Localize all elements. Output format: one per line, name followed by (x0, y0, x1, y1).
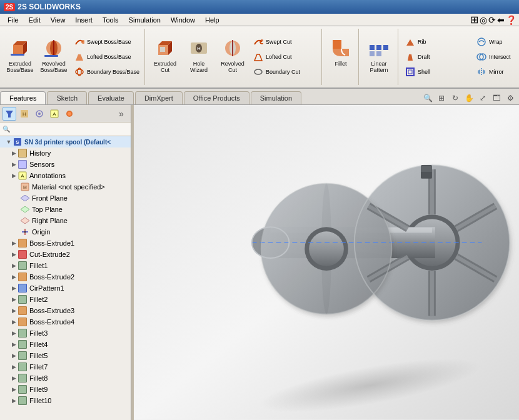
search-bar: 🔍 (0, 122, 131, 136)
tree-item-history[interactable]: ▶ History (0, 148, 131, 159)
panel-expand-btn[interactable]: » (114, 107, 128, 121)
revolved-cut-icon (221, 37, 244, 59)
linear-pattern-button[interactable]: LinearPattern (363, 35, 395, 79)
extruded-cut-button[interactable]: ExtrudedCut (149, 35, 181, 79)
panel-appearance-btn[interactable] (63, 107, 76, 121)
pan-icon[interactable]: ✋ (463, 92, 475, 104)
tab-dimxpert[interactable]: DimXpert (135, 91, 183, 104)
lofted-cut-button[interactable]: Lofted Cut (250, 50, 319, 64)
svg-text:A: A (53, 111, 56, 117)
svg-rect-15 (160, 47, 165, 52)
tree-item-fillet5[interactable]: ▶ Fillet5 (0, 350, 131, 361)
extruded-cut-label: ExtrudedCut (150, 61, 180, 74)
menu-tools[interactable]: Tools (98, 15, 124, 25)
toolbar-icon-3[interactable]: ⟳ (488, 15, 496, 25)
extruded-boss-button[interactable]: ExtrudedBoss/Base (4, 35, 36, 79)
tree-item-fillet9[interactable]: ▶ Fillet9 (0, 384, 131, 395)
svg-point-67 (24, 231, 26, 233)
toolbar-group-surface: Rib Draft Shell Wrap (400, 29, 519, 85)
menu-view[interactable]: View (46, 15, 71, 25)
svg-point-51 (38, 112, 41, 115)
panel-filter-btn[interactable] (3, 107, 16, 121)
tree-item-front-plane[interactable]: Front Plane (0, 192, 131, 204)
revolved-boss-button[interactable]: RevolvedBoss/Base (38, 35, 70, 79)
draft-button[interactable]: Draft (402, 50, 471, 64)
tree-item-boss-extrude2[interactable]: ▶ Boss-Extrude2 (0, 271, 131, 282)
rib-button[interactable]: Rib (402, 35, 471, 49)
tab-features[interactable]: Features (0, 91, 46, 104)
tree-item-boss-extrude4[interactable]: ▶ Boss-Extrude4 (0, 316, 131, 328)
hole-wizard-button[interactable]: H HoleWizard (183, 35, 215, 79)
revolved-boss-label: RevolvedBoss/Base (39, 61, 69, 74)
toolbar-icon-5[interactable]: ❓ (506, 15, 516, 25)
tree-item-boss-extrude1[interactable]: ▶ Boss-Extrude1 (0, 238, 131, 249)
svg-marker-64 (21, 218, 29, 224)
rib-label: Rib (418, 39, 426, 45)
fillet-button[interactable]: Fillet (326, 35, 356, 79)
sw-badge: 2S (4, 3, 15, 11)
mirror-button[interactable]: Mirror (473, 65, 519, 79)
search-input[interactable] (12, 126, 128, 132)
panel-annotations-btn[interactable]: A (48, 107, 61, 121)
tab-evaluate[interactable]: Evaluate (88, 91, 134, 104)
svg-rect-26 (370, 45, 375, 50)
tree-item-boss-extrude3[interactable]: ▶ Boss-Extrude3 (0, 305, 131, 316)
tree-item-fillet10[interactable]: ▶ Fillet10 (0, 395, 131, 406)
tree-item-right-plane[interactable]: Right Plane (0, 215, 131, 226)
menu-window[interactable]: Window (166, 15, 200, 25)
model-svg (134, 105, 519, 420)
tab-office[interactable]: Office Products (184, 91, 249, 104)
tab-right-buttons: 🔍 ⊞ ↻ ✋ ⤢ 🗔 ⚙ (419, 92, 519, 104)
swept-boss-button[interactable]: Swept Boss/Base (71, 35, 140, 49)
svg-rect-3 (11, 54, 24, 56)
swept-cut-button[interactable]: Swept Cut (250, 35, 319, 49)
panel-history-btn[interactable]: H (18, 107, 31, 121)
tree-item-fillet1[interactable]: ▶ Fillet1 (0, 260, 131, 271)
draft-label: Draft (418, 54, 430, 60)
tree-item-cir-pattern1[interactable]: ▶ CirPattern1 (0, 282, 131, 294)
tree-item-origin[interactable]: Origin (0, 226, 131, 238)
menu-simulation[interactable]: Simulation (124, 15, 166, 25)
svg-point-80 (309, 231, 344, 266)
tree-item-fillet2[interactable]: ▶ Fillet2 (0, 294, 131, 305)
menu-file[interactable]: File (3, 15, 24, 25)
tree-item-fillet3[interactable]: ▶ Fillet3 (0, 328, 131, 339)
shell-label: Shell (418, 69, 430, 75)
intersect-button[interactable]: Intersect (473, 50, 519, 64)
tree-item-fillet4[interactable]: ▶ Fillet4 (0, 339, 131, 350)
tree-item-cut-extrude2[interactable]: ▶ Cut-Extrude2 (0, 249, 131, 260)
toolbar-icon-1[interactable]: ⊞ (470, 14, 478, 26)
tree-item-fillet8[interactable]: ▶ Fillet8 (0, 372, 131, 384)
tree-item-material[interactable]: M Material <not specified> (0, 181, 131, 192)
view-icon[interactable]: ⊞ (435, 92, 448, 104)
rotate-icon[interactable]: ↻ (449, 92, 461, 104)
toolbar-group-fillet: Fillet (323, 29, 359, 85)
fit-icon[interactable]: ⤢ (476, 92, 489, 104)
left-panel: H A » 🔍 ▼ S (0, 105, 131, 420)
menu-insert[interactable]: Insert (70, 15, 98, 25)
panel-sensors-btn[interactable] (33, 107, 46, 121)
wrap-button[interactable]: Wrap (473, 35, 519, 49)
shell-button[interactable]: Shell (402, 65, 471, 79)
menu-help[interactable]: Help (200, 15, 224, 25)
tab-simulation[interactable]: Simulation (251, 91, 301, 104)
view3d-icon[interactable]: 🗔 (490, 92, 503, 104)
zoom-icon[interactable]: 🔍 (421, 92, 434, 104)
tree-item-annotations[interactable]: ▶ A Annotations (0, 170, 131, 181)
lofted-boss-small-label: Lofted Boss/Base (87, 54, 131, 60)
tab-sketch[interactable]: Sketch (47, 91, 87, 104)
settings-icon[interactable]: ⚙ (504, 92, 516, 104)
revolved-cut-button[interactable]: RevolvedCut (216, 35, 249, 79)
menu-edit[interactable]: Edit (24, 15, 46, 25)
lofted-cut-small-icon (253, 51, 264, 62)
boundary-boss-button[interactable]: Boundary Boss/Base (71, 65, 142, 79)
toolbar-icon-2[interactable]: ◎ (480, 15, 487, 25)
boundary-cut-button[interactable]: Boundary Cut (250, 65, 319, 79)
viewport[interactable] (134, 105, 519, 420)
tree-root[interactable]: ▼ S SN 3d printer spool (Default< (0, 136, 131, 148)
lofted-boss-button[interactable]: Lofted Boss/Base (71, 50, 140, 64)
tree-item-fillet7[interactable]: ▶ Fillet7 (0, 361, 131, 372)
tree-item-sensors[interactable]: ▶ Sensors (0, 159, 131, 170)
toolbar-icon-4[interactable]: ⬅ (497, 15, 505, 25)
tree-item-top-plane[interactable]: Top Plane (0, 204, 131, 215)
